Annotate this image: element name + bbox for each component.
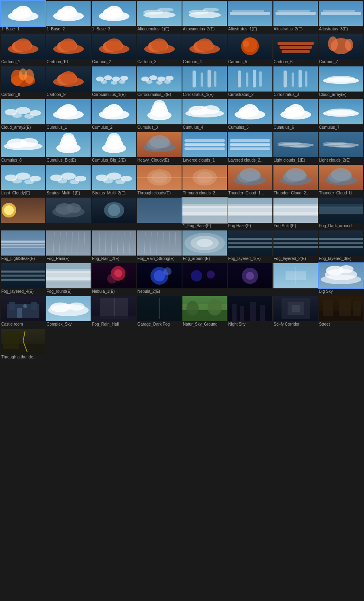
thumbnail	[92, 198, 136, 223]
list-item[interactable]: Cloud_array2(E)	[1, 99, 45, 131]
list-item[interactable]: Cartoon_6	[273, 34, 318, 66]
list-item[interactable]: Cumulus_8	[1, 132, 45, 164]
list-item[interactable]: Cumulus_3	[137, 99, 182, 131]
thumbnail	[273, 132, 318, 157]
list-item[interactable]: Cartoon_9	[46, 66, 91, 98]
list-item[interactable]: Layered clouds_1	[182, 132, 227, 164]
list-item[interactable]: Through clouds_2...	[182, 165, 227, 197]
list-item[interactable]: Cirrostratus_3	[273, 66, 318, 98]
list-item[interactable]: Stratus_Multi_1(E)	[46, 165, 91, 197]
list-item[interactable]: Through a thunde...	[1, 329, 45, 361]
list-item[interactable]: Garage_Dark Fog	[137, 296, 182, 328]
list-item[interactable]: Thunder_Cloud_1...	[228, 165, 272, 197]
thumbnail	[92, 230, 136, 256]
thumbnail	[319, 296, 363, 321]
svg-point-94	[164, 80, 171, 84]
list-item[interactable]: Cirrostratus_1(E)	[182, 66, 227, 98]
list-item[interactable]: Fog_Rain(E)	[46, 230, 91, 262]
svg-rect-353	[250, 302, 256, 321]
list-item[interactable]: Cumulus_5	[228, 99, 272, 131]
list-item[interactable]: Natur_Sky_Ground	[182, 296, 227, 328]
list-item[interactable]: Nebula_2(E)	[137, 263, 182, 295]
list-item[interactable]: Altostratus_3(E)	[319, 1, 363, 33]
thumbnail	[273, 165, 318, 190]
list-item[interactable]: Fog_Rain_Strong(E)	[137, 230, 182, 262]
list-item[interactable]: Big Sky	[319, 263, 363, 295]
list-item[interactable]: Sci-fy Corridor	[273, 296, 318, 328]
list-item[interactable]: Light clouds_1(E)	[273, 132, 318, 164]
list-item[interactable]: Cartoon_2	[92, 34, 136, 66]
list-item[interactable]: Fog_Dark_around...	[319, 198, 363, 230]
list-item[interactable]: Street	[319, 296, 363, 328]
list-item[interactable]	[182, 263, 227, 295]
list-item[interactable]: Fog_layered_4(E)	[1, 263, 45, 295]
thumbnail	[137, 296, 182, 321]
list-item[interactable]	[228, 263, 272, 295]
list-item[interactable]	[137, 198, 182, 230]
thumbnail	[137, 132, 182, 157]
item-label: Sci-fy Corridor	[273, 321, 318, 328]
list-item[interactable]: Cartoon_7	[319, 34, 363, 66]
list-item[interactable]: Cumulus_1	[46, 99, 91, 131]
list-item[interactable]: Fog Solid(E)	[273, 198, 318, 230]
list-item[interactable]: Fog_layered_3(E)	[319, 230, 363, 262]
list-item[interactable]: Cumulus_6	[273, 99, 318, 131]
list-item[interactable]: 1_Fog_Base(E)	[182, 198, 227, 230]
list-item[interactable]	[46, 198, 91, 230]
list-item[interactable]: Cumulus_7	[319, 99, 363, 131]
list-item[interactable]: Layered clouds_2...	[228, 132, 272, 164]
list-item[interactable]: Cumulus_Big_2(E)	[92, 132, 136, 164]
svg-rect-241	[182, 212, 227, 216]
svg-point-22	[203, 8, 219, 12]
list-item[interactable]: Light_Cloudy(E)	[1, 165, 45, 197]
list-item[interactable]: Cartoon_1	[1, 34, 45, 66]
list-item[interactable]: Cirrostratus_2	[228, 66, 272, 98]
list-item[interactable]: Altostratus_2(E)	[273, 1, 318, 33]
svg-point-154	[20, 138, 38, 147]
list-item[interactable]: Cirrocumulus_2(E)	[137, 66, 182, 98]
thumbnail	[46, 34, 91, 59]
list-item[interactable]: Fog Haze(E)	[228, 198, 272, 230]
item-label	[182, 288, 227, 295]
list-item[interactable]: 1_Base_1	[1, 1, 45, 33]
list-item[interactable]: Cirrocumulus_1(E)	[92, 66, 136, 98]
list-item[interactable]: Cloud_array(E)	[319, 66, 363, 98]
list-item[interactable]: Castle room	[1, 296, 45, 328]
list-item[interactable]: Heavy_Cloudy(E)	[137, 132, 182, 164]
list-item[interactable]: 1_Base_2	[46, 1, 91, 33]
thumbnail	[319, 66, 363, 92]
list-item[interactable]	[273, 263, 318, 295]
list-item[interactable]: Cartoon_5	[228, 34, 272, 66]
list-item[interactable]: Cumulus_Big(E)	[46, 132, 91, 164]
list-item[interactable]: Altostratus_1(E)	[228, 1, 272, 33]
list-item[interactable]: Cartoon_4	[182, 34, 227, 66]
list-item[interactable]: Fog_Rain_Hall	[92, 296, 136, 328]
list-item[interactable]	[1, 198, 45, 230]
list-item[interactable]: Fog_layered_1(E)	[228, 230, 272, 262]
list-item[interactable]: Light clouds_2(E)	[319, 132, 363, 164]
list-item[interactable]: Fog_round(E)	[46, 263, 91, 295]
list-item[interactable]: Complex_Sky	[46, 296, 91, 328]
list-item[interactable]: Cumulus_4	[182, 99, 227, 131]
list-item[interactable]: Cartoon_8	[1, 66, 45, 98]
list-item[interactable]: Cumulus_2	[92, 99, 136, 131]
list-item[interactable]: Thunder_Cloud_Li...	[319, 165, 363, 197]
list-item[interactable]: 1_Base_3	[92, 1, 136, 33]
list-item[interactable]: Fog_Rain_2(E)	[92, 230, 136, 262]
list-item[interactable]: Fog_layered_2(E)	[273, 230, 318, 262]
list-item[interactable]	[92, 198, 136, 230]
list-item[interactable]: Fog_around(E)	[182, 230, 227, 262]
list-item[interactable]: Thunder_Cloud_2...	[273, 165, 318, 197]
list-item[interactable]: Through clouds(E)	[137, 165, 182, 197]
list-item[interactable]: Nebula_1(E)	[92, 263, 136, 295]
item-label: Cartoon_8	[1, 92, 45, 98]
svg-rect-291	[273, 242, 318, 244]
list-item[interactable]: Stratus_Multi_2(E)	[92, 165, 136, 197]
list-item[interactable]: Night Sity	[228, 296, 272, 328]
svg-rect-299	[1, 275, 45, 277]
list-item[interactable]: Altocumulus_1(E)	[137, 1, 182, 33]
list-item[interactable]: Cartoon_10	[46, 34, 91, 66]
list-item[interactable]: Cartoon_3	[137, 34, 182, 66]
list-item[interactable]: Altocumulus_2(E)	[182, 1, 227, 33]
list-item[interactable]: Fog_LightSteak(E)	[1, 230, 45, 262]
